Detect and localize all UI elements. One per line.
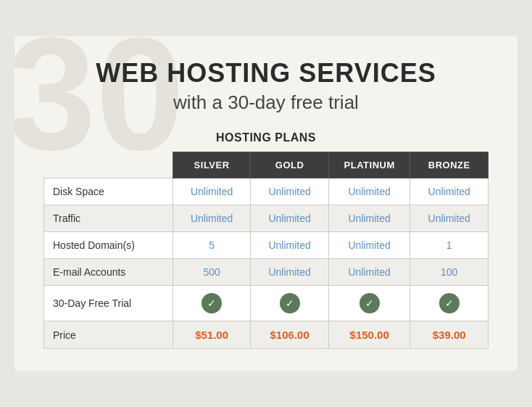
cell-bronze: Unlimited bbox=[410, 178, 489, 205]
header-platinum: PLATINUM bbox=[328, 152, 410, 178]
main-title: WEB HOSTING SERVICES bbox=[43, 58, 489, 89]
checkmark-icon: ✓ bbox=[359, 293, 380, 313]
cell-platinum: ✓ bbox=[328, 286, 410, 321]
cell-platinum: Unlimited bbox=[328, 259, 410, 286]
table-row: Disk SpaceUnlimitedUnlimitedUnlimitedUnl… bbox=[44, 178, 489, 205]
header-bronze: BRONZE bbox=[410, 152, 489, 178]
cell-bronze: Unlimited bbox=[410, 205, 489, 232]
cell-platinum: $150.00 bbox=[328, 321, 410, 349]
table-row: Price$51.00$106.00$150.00$39.00 bbox=[44, 321, 489, 349]
feature-label: Traffic bbox=[44, 205, 173, 232]
checkmark-icon: ✓ bbox=[201, 293, 222, 313]
cell-gold: Unlimited bbox=[251, 232, 329, 259]
checkmark-icon: ✓ bbox=[439, 293, 460, 313]
cell-bronze: ✓ bbox=[410, 286, 489, 321]
feature-label: 30-Day Free Trial bbox=[44, 286, 173, 321]
cell-silver: Unlimited bbox=[173, 205, 251, 232]
table-row: Hosted Domain(s)5UnlimitedUnlimited1 bbox=[44, 232, 489, 259]
table-row: E-mail Accounts500UnlimitedUnlimited100 bbox=[44, 259, 489, 286]
cell-bronze: 100 bbox=[410, 259, 489, 286]
cell-gold: ✓ bbox=[251, 286, 329, 321]
pricing-card: 30 WEB HOSTING SERVICES with a 30-day fr… bbox=[14, 36, 518, 371]
cell-silver: ✓ bbox=[173, 286, 251, 321]
table-header-row: SILVER GOLD PLATINUM BRONZE bbox=[44, 152, 489, 178]
cell-platinum: Unlimited bbox=[328, 232, 410, 259]
cell-silver: 5 bbox=[173, 232, 251, 259]
content-area: WEB HOSTING SERVICES with a 30-day free … bbox=[43, 58, 489, 349]
header-gold: GOLD bbox=[251, 152, 329, 178]
cell-silver: $51.00 bbox=[173, 321, 251, 349]
cell-bronze: $39.00 bbox=[410, 321, 489, 349]
table-row: 30-Day Free Trial✓✓✓✓ bbox=[44, 286, 489, 321]
table-row: TrafficUnlimitedUnlimitedUnlimitedUnlimi… bbox=[44, 205, 489, 232]
cell-gold: Unlimited bbox=[251, 205, 329, 232]
cell-gold: $106.00 bbox=[251, 321, 329, 349]
cell-platinum: Unlimited bbox=[328, 178, 410, 205]
cell-gold: Unlimited bbox=[251, 259, 329, 286]
checkmark-icon: ✓ bbox=[280, 293, 300, 313]
feature-label: Disk Space bbox=[44, 178, 173, 205]
cell-silver: Unlimited bbox=[173, 178, 251, 205]
cell-bronze: 1 bbox=[410, 232, 489, 259]
section-title: HOSTING PLANS bbox=[43, 131, 489, 144]
cell-gold: Unlimited bbox=[251, 178, 329, 205]
pricing-table: SILVER GOLD PLATINUM BRONZE Disk SpaceUn… bbox=[43, 152, 489, 349]
subtitle: with a 30-day free trial bbox=[43, 91, 489, 114]
header-feature bbox=[44, 152, 173, 178]
feature-label: Price bbox=[44, 321, 173, 349]
cell-platinum: Unlimited bbox=[328, 205, 410, 232]
header-silver: SILVER bbox=[173, 152, 251, 178]
feature-label: E-mail Accounts bbox=[44, 259, 173, 286]
feature-label: Hosted Domain(s) bbox=[44, 232, 173, 259]
cell-silver: 500 bbox=[173, 259, 251, 286]
